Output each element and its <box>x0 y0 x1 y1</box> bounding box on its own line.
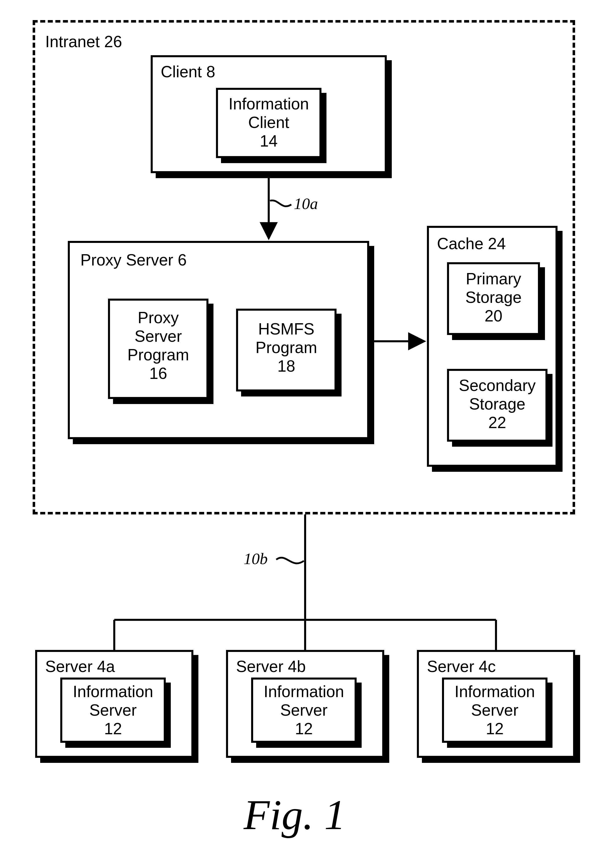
link-10a: 10a <box>294 194 318 213</box>
figure-caption: Fig. 1 <box>244 790 346 839</box>
link-10b: 10b <box>244 550 268 568</box>
connectors <box>0 0 609 868</box>
